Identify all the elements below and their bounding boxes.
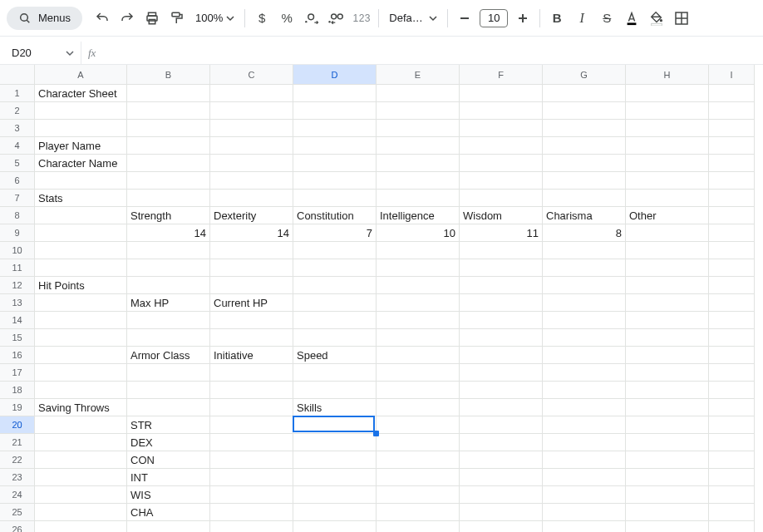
cell-A4[interactable]: Player Name xyxy=(35,137,127,155)
cell-B20[interactable]: STR xyxy=(127,416,210,434)
cell-B12[interactable] xyxy=(127,277,210,294)
cell-D15[interactable] xyxy=(293,329,377,347)
cell-H24[interactable] xyxy=(626,486,709,504)
cell-E12[interactable] xyxy=(377,277,460,294)
row-header-4[interactable]: 4 xyxy=(0,137,35,155)
cell-F15[interactable] xyxy=(460,329,543,347)
cell-D3[interactable] xyxy=(293,120,377,137)
cell-H23[interactable] xyxy=(626,469,709,486)
row-header-1[interactable]: 1 xyxy=(0,85,35,102)
cell-I25[interactable] xyxy=(709,504,755,521)
cell-C2[interactable] xyxy=(210,102,293,120)
cell-C11[interactable] xyxy=(210,259,293,277)
cell-H2[interactable] xyxy=(626,102,709,120)
cell-A5[interactable]: Character Name xyxy=(35,155,127,172)
cell-H13[interactable] xyxy=(626,294,709,312)
cell-I9[interactable] xyxy=(709,224,755,242)
cell-C19[interactable] xyxy=(210,399,293,416)
redo-button[interactable] xyxy=(116,7,139,30)
cell-H10[interactable] xyxy=(626,242,709,259)
cell-B13[interactable]: Max HP xyxy=(127,294,210,312)
cell-H11[interactable] xyxy=(626,259,709,277)
cell-B14[interactable] xyxy=(127,312,210,329)
cell-F16[interactable] xyxy=(460,347,543,364)
italic-button[interactable]: I xyxy=(570,7,593,30)
cell-F5[interactable] xyxy=(460,155,543,172)
cell-C1[interactable] xyxy=(210,85,293,102)
cell-A24[interactable] xyxy=(35,486,127,504)
cell-A22[interactable] xyxy=(35,451,127,469)
cell-H26[interactable] xyxy=(626,521,709,532)
row-header-7[interactable]: 7 xyxy=(0,190,35,207)
cell-A26[interactable] xyxy=(35,521,127,532)
cell-G5[interactable] xyxy=(543,155,626,172)
cell-H4[interactable] xyxy=(626,137,709,155)
row-header-10[interactable]: 10 xyxy=(0,242,35,259)
decrease-decimal-button[interactable] xyxy=(300,7,323,30)
name-box[interactable]: D20 xyxy=(0,42,81,64)
cell-H3[interactable] xyxy=(626,120,709,137)
cell-A19[interactable]: Saving Throws xyxy=(35,399,127,416)
cell-H12[interactable] xyxy=(626,277,709,294)
cell-G9[interactable]: 8 xyxy=(543,224,626,242)
cell-E4[interactable] xyxy=(377,137,460,155)
cell-E1[interactable] xyxy=(377,85,460,102)
cell-G18[interactable] xyxy=(543,382,626,399)
cell-F20[interactable] xyxy=(460,416,543,434)
cell-H22[interactable] xyxy=(626,451,709,469)
cell-C9[interactable]: 14 xyxy=(210,224,293,242)
cell-A1[interactable]: Character Sheet xyxy=(35,85,127,102)
cell-G21[interactable] xyxy=(543,434,626,451)
cell-E8[interactable]: Intelligence xyxy=(377,207,460,224)
cell-B15[interactable] xyxy=(127,329,210,347)
row-header-12[interactable]: 12 xyxy=(0,277,35,294)
cell-F13[interactable] xyxy=(460,294,543,312)
cell-H21[interactable] xyxy=(626,434,709,451)
cell-I17[interactable] xyxy=(709,364,755,382)
cell-B8[interactable]: Strength xyxy=(127,207,210,224)
cell-G14[interactable] xyxy=(543,312,626,329)
cell-I10[interactable] xyxy=(709,242,755,259)
cell-A12[interactable]: Hit Points xyxy=(35,277,127,294)
paint-format-button[interactable] xyxy=(165,7,189,30)
font-size-input[interactable]: 10 xyxy=(480,9,508,27)
cell-D12[interactable] xyxy=(293,277,377,294)
cell-H9[interactable] xyxy=(626,224,709,242)
cell-H8[interactable]: Other xyxy=(626,207,709,224)
cell-I1[interactable] xyxy=(709,85,755,102)
cell-D25[interactable] xyxy=(293,504,377,521)
cell-I8[interactable] xyxy=(709,207,755,224)
cell-F18[interactable] xyxy=(460,382,543,399)
cell-I18[interactable] xyxy=(709,382,755,399)
cell-B18[interactable] xyxy=(127,382,210,399)
cell-E13[interactable] xyxy=(377,294,460,312)
undo-button[interactable] xyxy=(91,7,114,30)
cell-G26[interactable] xyxy=(543,521,626,532)
cell-F7[interactable] xyxy=(460,190,543,207)
cell-G23[interactable] xyxy=(543,469,626,486)
cell-G16[interactable] xyxy=(543,347,626,364)
cell-B16[interactable]: Armor Class xyxy=(127,347,210,364)
col-header-H[interactable]: H xyxy=(626,65,709,85)
row-header-18[interactable]: 18 xyxy=(0,382,35,399)
cell-A21[interactable] xyxy=(35,434,127,451)
cell-D21[interactable] xyxy=(293,434,377,451)
cell-G22[interactable] xyxy=(543,451,626,469)
row-header-11[interactable]: 11 xyxy=(0,259,35,277)
cell-A6[interactable] xyxy=(35,172,127,190)
cell-I12[interactable] xyxy=(709,277,755,294)
cell-I6[interactable] xyxy=(709,172,755,190)
cell-D9[interactable]: 7 xyxy=(293,224,377,242)
cell-B23[interactable]: INT xyxy=(127,469,210,486)
cell-D2[interactable] xyxy=(293,102,377,120)
cell-B10[interactable] xyxy=(127,242,210,259)
cell-B21[interactable]: DEX xyxy=(127,434,210,451)
cell-F2[interactable] xyxy=(460,102,543,120)
cell-A13[interactable] xyxy=(35,294,127,312)
row-header-8[interactable]: 8 xyxy=(0,207,35,224)
cell-H5[interactable] xyxy=(626,155,709,172)
cell-G15[interactable] xyxy=(543,329,626,347)
cell-F12[interactable] xyxy=(460,277,543,294)
row-header-3[interactable]: 3 xyxy=(0,120,35,137)
cell-E10[interactable] xyxy=(377,242,460,259)
